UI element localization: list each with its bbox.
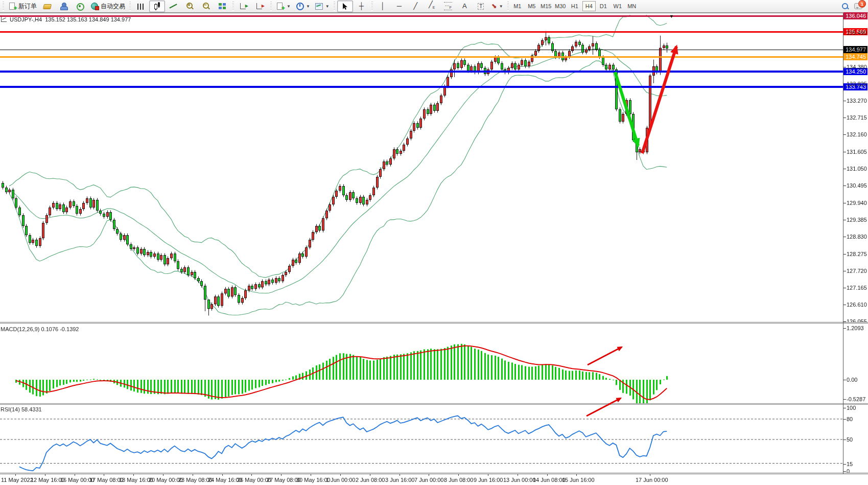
indicators-button[interactable]: ▼ <box>274 1 293 12</box>
tile-windows-button[interactable] <box>215 1 230 12</box>
autotrading-button[interactable]: 自动交易 <box>88 1 127 12</box>
price-tick: 130.495 <box>847 182 868 189</box>
toolbar-grip[interactable] <box>507 2 509 11</box>
panel-separator[interactable] <box>0 322 868 324</box>
resistance-1-line[interactable] <box>0 15 843 17</box>
time-tick-label: 17 May 08:00 <box>89 477 124 483</box>
text-label-tool-button[interactable]: T <box>473 1 489 12</box>
price-tick: 135.490 <box>847 30 868 36</box>
price-tick: 133.825 <box>847 81 868 87</box>
fibonacci-icon: ⋯F <box>444 2 452 11</box>
horizontal-line-icon: ─ <box>397 2 402 10</box>
crosshair-icon: ┼ <box>359 2 364 10</box>
text-icon: A <box>462 2 467 10</box>
chart-title: USDJPY-,H4 135.152 135.163 134.849 134.9… <box>1 16 131 22</box>
cursor-tool-button[interactable] <box>337 1 353 12</box>
panel-separator[interactable] <box>0 473 868 474</box>
fibonacci-tool-button[interactable]: ⋯F <box>440 1 456 12</box>
price-tick: 126.055 <box>847 318 868 325</box>
chart-window[interactable]: USDJPY-,H4 135.152 135.163 134.849 134.9… <box>0 13 868 485</box>
vertical-line-tool-button[interactable]: │ <box>375 1 391 12</box>
user-icon <box>59 2 68 10</box>
periods-button[interactable]: ▼ <box>293 1 312 12</box>
signal-icon <box>76 2 84 10</box>
candlestick-mode-button[interactable] <box>149 1 165 12</box>
bar-chart-icon <box>137 4 144 10</box>
auto-scroll-button[interactable] <box>236 1 252 12</box>
timeframe-h1[interactable]: H1 <box>568 1 581 11</box>
notifications-button[interactable]: 1 <box>854 2 863 10</box>
zoom-out-icon: − <box>202 2 210 10</box>
time-tick-label: 26 May 00:00 <box>237 477 271 483</box>
line-chart-icon <box>169 2 178 10</box>
timeframe-h4[interactable]: H4 <box>582 1 596 11</box>
autotrading-label: 自动交易 <box>101 2 125 11</box>
price-tick: 133.270 <box>847 98 868 104</box>
price-tick: 134.380 <box>847 64 868 70</box>
time-tick-label: 27 May 08:00 <box>267 477 301 483</box>
clock-icon <box>295 2 304 10</box>
time-tick-label: 2 Jun 08:00 <box>356 477 385 483</box>
trendline-tool-button[interactable]: ╱ <box>408 1 424 12</box>
timeframe-d1[interactable]: D1 <box>597 1 610 11</box>
toolbar-grip[interactable] <box>371 2 373 11</box>
rsi-tick: 50 <box>847 436 868 443</box>
toolbar-grip[interactable] <box>270 2 272 11</box>
toolbar-grip[interactable] <box>129 2 131 11</box>
zoom-in-button[interactable]: + <box>182 1 198 12</box>
line-chart-mode-button[interactable] <box>166 1 181 12</box>
auto-scroll-icon <box>240 2 248 10</box>
rsi-tick: 15 <box>847 461 868 467</box>
candlestick-icon <box>153 2 161 10</box>
price-tick: 126.610 <box>847 302 868 308</box>
chart-shift-button[interactable] <box>252 1 268 12</box>
text-tool-button[interactable]: A <box>457 1 473 12</box>
price-tick: 131.050 <box>847 166 868 172</box>
mini-chart-icon <box>1 17 7 22</box>
price-tick: 134.935 <box>847 47 868 53</box>
timeframe-w1[interactable]: W1 <box>611 1 624 11</box>
timeframe-m5[interactable]: M5 <box>525 1 538 11</box>
templates-button[interactable]: ▼ <box>313 1 332 12</box>
time-tick-label: 20 May 00:00 <box>149 477 183 483</box>
object-anchor-icon[interactable]: ▼ <box>669 14 674 19</box>
channel-tool-button[interactable]: ╱E <box>424 1 440 12</box>
support-1-line[interactable] <box>0 71 843 73</box>
gold-icon <box>43 2 52 10</box>
timeframe-m15[interactable]: M15 <box>539 1 553 11</box>
macd-indicator-label: MACD(12,26,9) 0.1076 -0.1392 <box>1 326 79 332</box>
support-2-line[interactable] <box>0 86 843 88</box>
time-tick-label: 13 Jun 00:00 <box>503 477 536 483</box>
timeframe-m30[interactable]: M30 <box>554 1 567 11</box>
horizontal-line-tool-button[interactable]: ─ <box>391 1 407 12</box>
rsi-indicator-label: RSI(14) 58.4331 <box>1 406 42 412</box>
market-watch-button[interactable] <box>39 1 55 12</box>
toolbar-grip[interactable] <box>334 2 335 11</box>
timeframe-mn[interactable]: MN <box>625 1 639 11</box>
time-tick-label: 18 May 16:00 <box>119 477 153 483</box>
time-tick-label: 3 Jun 16:00 <box>385 477 415 483</box>
timeframe-m1[interactable]: M1 <box>511 1 524 11</box>
panel-separator[interactable] <box>0 403 868 405</box>
tile-windows-icon <box>218 2 227 10</box>
profile-button[interactable] <box>56 1 72 12</box>
toolbar-grip[interactable] <box>3 2 4 11</box>
resistance-2-line[interactable] <box>0 31 843 33</box>
search-icon[interactable] <box>841 2 850 10</box>
time-tick-label: 15 Jun 16:00 <box>562 477 595 483</box>
pivot-line[interactable] <box>0 56 843 58</box>
arrows-tool-button[interactable]: ⬊▼ <box>489 1 505 12</box>
time-tick-label: 30 May 16:00 <box>296 477 331 483</box>
zoom-out-button[interactable]: − <box>198 1 214 12</box>
price-axis-border <box>843 13 843 474</box>
bar-chart-mode-button[interactable] <box>133 1 149 12</box>
crosshair-tool-button[interactable]: ┼ <box>354 1 369 12</box>
signals-button[interactable] <box>72 1 88 12</box>
rsi-tick: 80 <box>847 416 868 422</box>
price-tick: 128.275 <box>847 251 868 257</box>
current-price-line[interactable] <box>0 50 843 50</box>
time-tick-label: 7 Jun 00:00 <box>414 477 444 483</box>
chart-canvas[interactable] <box>0 13 868 485</box>
toolbar-grip[interactable] <box>232 2 234 11</box>
new-order-button[interactable]: 新订单 <box>6 1 39 12</box>
